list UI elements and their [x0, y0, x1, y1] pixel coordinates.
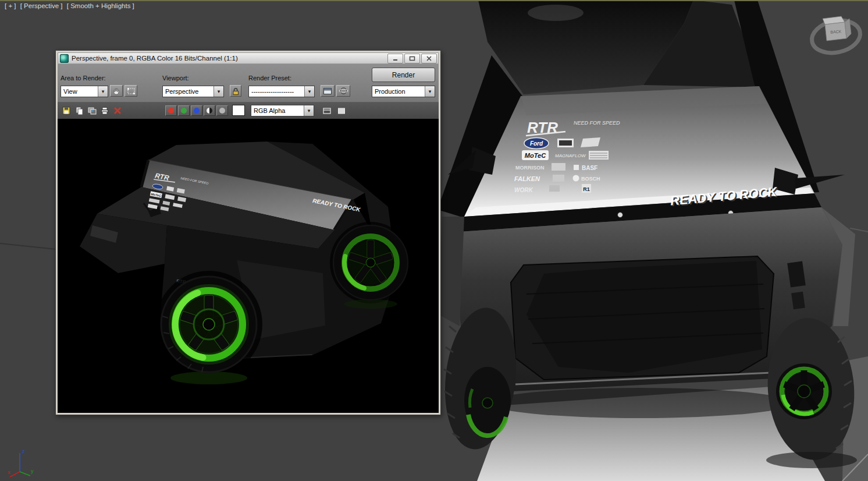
environment-sphere-icon — [339, 86, 348, 96]
decal-basf: BASF — [582, 165, 597, 171]
render-preset-label: Render Preset: — [248, 75, 291, 82]
viewport-menu-general[interactable]: [ + ] — [5, 2, 16, 9]
background-color-swatch[interactable] — [232, 105, 245, 116]
decal-logo — [581, 137, 600, 147]
render-far-wheel — [333, 225, 408, 300]
decal-r1: R1 — [583, 186, 590, 192]
clone-window-icon — [88, 107, 97, 115]
decal-motec: MoTeC — [525, 152, 546, 159]
environment-effects-button[interactable] — [336, 85, 350, 97]
viewport-label: [ + ] [ Perspective ] [ Smooth + Highlig… — [5, 2, 137, 9]
blue-channel-icon — [194, 108, 200, 114]
close-button[interactable] — [421, 54, 437, 63]
viewport-dropdown-value: Perspective — [165, 88, 213, 95]
render-canvas[interactable]: RTR RTR NEED FOR SPEED MoTeC — [58, 119, 439, 413]
rendered-frame-window: Perspective, frame 0, RGBA Color 16 Bits… — [55, 50, 441, 415]
chevron-down-icon[interactable]: ▾ — [425, 86, 435, 97]
chevron-down-icon[interactable]: ▾ — [304, 105, 314, 116]
printer-icon — [101, 107, 109, 115]
area-to-render-label: Area to Render: — [61, 75, 106, 82]
render-mode-dropdown[interactable]: Production ▾ — [372, 86, 435, 97]
toggle-ui-overlays-button[interactable] — [321, 105, 333, 116]
ui-overlays-icon — [322, 107, 332, 115]
alpha-channel-button[interactable] — [216, 105, 228, 116]
monochrome-channel-button[interactable] — [204, 105, 215, 116]
red-channel-button[interactable] — [165, 105, 177, 116]
copy-image-button[interactable] — [73, 105, 85, 116]
minimize-button[interactable] — [387, 54, 403, 63]
toggle-ui-button[interactable] — [335, 105, 348, 116]
render-front-wheel — [161, 277, 257, 372]
viewport-menu-shading[interactable]: [ Smooth + Highlights ] — [67, 2, 134, 9]
decal-nfs: NEED FOR SPEED — [574, 120, 620, 126]
car-contact-shadow — [489, 388, 791, 418]
render-preset-value: -------------------- — [251, 88, 304, 95]
decal-logo — [552, 163, 565, 171]
render-button[interactable]: Render — [372, 68, 435, 82]
chevron-down-icon[interactable]: ▾ — [98, 86, 108, 97]
ui-panel-icon — [337, 107, 346, 115]
minimize-icon — [392, 56, 399, 61]
clear-image-button[interactable] — [112, 105, 123, 116]
save-image-button[interactable] — [61, 105, 72, 116]
edit-region-button[interactable] — [110, 85, 123, 97]
render-mode-value: Production — [375, 88, 424, 95]
decal-falken: FALKEN — [514, 175, 540, 182]
window-title: Perspective, frame 0, RGBA Color 16 Bits… — [72, 55, 386, 62]
channel-display-dropdown[interactable]: RGB Alpha ▾ — [251, 105, 314, 116]
decal-logo — [549, 185, 560, 192]
render-controls-toolbar: Area to Render: View ▾ Viewport: Perspec… — [58, 64, 439, 102]
axis-x-label: x — [8, 469, 10, 475]
viewport-dropdown[interactable]: Perspective ▾ — [162, 86, 224, 97]
axis-z-label: z — [22, 448, 25, 454]
auto-region-button[interactable] — [124, 85, 137, 97]
green-channel-button[interactable] — [178, 105, 190, 116]
area-to-render-value: View — [63, 88, 97, 95]
channel-display-value: RGB Alpha — [254, 107, 303, 114]
area-to-render-dropdown[interactable]: View ▾ — [61, 86, 108, 97]
red-channel-icon — [168, 108, 174, 114]
render-preset-dropdown[interactable]: -------------------- ▾ — [248, 86, 315, 97]
green-channel-icon — [181, 108, 187, 114]
decal-logo — [553, 175, 564, 182]
viewcube[interactable]: BACK — [809, 16, 863, 57]
chevron-down-icon[interactable]: ▾ — [304, 86, 314, 97]
title-bar[interactable]: Perspective, frame 0, RGBA Color 16 Bits… — [58, 52, 439, 64]
decal-ford: Ford — [530, 140, 543, 147]
alpha-channel-icon — [219, 108, 225, 114]
world-axis-tripod: z x y — [7, 446, 35, 480]
print-image-button[interactable] — [99, 105, 111, 116]
copy-icon — [75, 107, 84, 115]
chevron-down-icon[interactable]: ▾ — [214, 86, 223, 97]
render-setup-button[interactable] — [321, 85, 335, 97]
rendered-image: RTR RTR NEED FOR SPEED MoTeC — [62, 126, 435, 409]
decal-work: WORK — [514, 187, 533, 193]
clear-x-icon — [113, 107, 122, 115]
axis-y-label: y — [31, 468, 34, 474]
lock-icon — [231, 87, 240, 96]
decal-magnaflow: MAGNAFLOW — [555, 153, 586, 158]
viewport-dropdown-label: Viewport: — [162, 75, 189, 82]
decal-morrison: MORRISON — [515, 165, 545, 171]
image-toolbar: RGB Alpha ▾ — [58, 102, 439, 119]
hand-icon — [112, 87, 121, 96]
region-marquee-icon — [127, 87, 136, 96]
render-setup-icon — [323, 87, 332, 96]
window-controls — [386, 54, 437, 63]
close-icon — [426, 56, 432, 61]
clone-rendered-frame-button[interactable] — [86, 105, 98, 116]
maximize-icon — [409, 56, 415, 61]
monochrome-icon — [207, 108, 212, 114]
maximize-button[interactable] — [404, 54, 420, 63]
viewport-lock-button[interactable] — [230, 85, 241, 97]
decal-bosch: BOSCH — [581, 176, 600, 182]
viewport-menu-pov[interactable]: [ Perspective ] — [20, 2, 63, 9]
viewcube-face-label[interactable]: BACK — [830, 29, 842, 34]
viewport-top-border — [0, 0, 868, 1]
save-icon — [62, 107, 70, 115]
blue-channel-button[interactable] — [191, 105, 202, 116]
render-window-icon — [60, 54, 69, 63]
